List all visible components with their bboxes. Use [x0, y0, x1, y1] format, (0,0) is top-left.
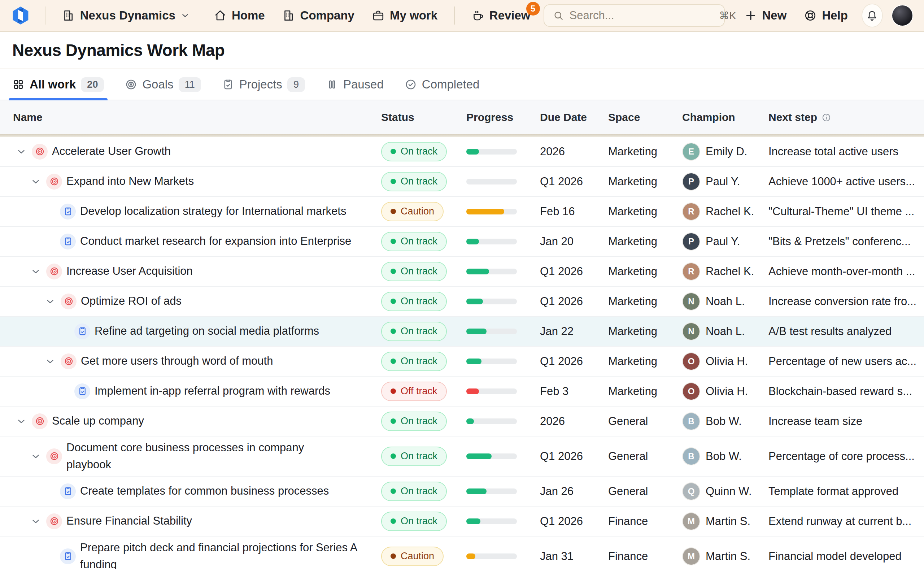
tab-paused[interactable]: Paused — [326, 69, 384, 100]
space-cell: Marketing — [608, 175, 682, 188]
goal-row[interactable]: Optimize ROI of adsOn trackQ1 2026Market… — [0, 287, 924, 316]
search-box[interactable]: ⌘K — [544, 5, 725, 27]
avatar[interactable]: P — [682, 173, 700, 191]
nav-item-home[interactable]: Home — [207, 4, 272, 27]
project-row[interactable]: Conduct market research for expansion in… — [0, 227, 924, 257]
workspace-switcher[interactable]: Nexus Dynamics — [55, 4, 197, 27]
project-document-icon — [60, 548, 76, 564]
row-name-cell: Ensure Financial Stability — [0, 513, 381, 529]
status-badge[interactable]: On track — [381, 447, 447, 466]
avatar[interactable]: N — [682, 323, 700, 341]
notifications-button[interactable] — [862, 4, 883, 27]
avatar[interactable]: M — [682, 512, 700, 530]
goal-row[interactable]: Ensure Financial StabilityOn trackQ1 202… — [0, 507, 924, 537]
avatar[interactable]: E — [682, 143, 700, 161]
goal-row[interactable]: Increase User AcquisitionOn trackQ1 2026… — [0, 257, 924, 287]
item-name[interactable]: Expand into New Markets — [67, 173, 194, 190]
status-badge[interactable]: On track — [381, 142, 447, 161]
nav-item-my-work[interactable]: My work — [365, 4, 445, 27]
progress-fill — [467, 239, 479, 245]
progress-bar — [467, 149, 517, 155]
avatar[interactable]: M — [682, 547, 700, 565]
item-name[interactable]: Scale up company — [52, 413, 144, 430]
expand-chevron-icon[interactable] — [16, 416, 27, 427]
item-name[interactable]: Prepare pitch deck and financial project… — [80, 539, 358, 569]
project-row[interactable]: Create templates for common business pro… — [0, 476, 924, 507]
expand-chevron-icon[interactable] — [16, 146, 27, 157]
status-badge[interactable]: On track — [381, 412, 447, 431]
project-row[interactable]: Develop localization strategy for Intern… — [0, 197, 924, 227]
item-name[interactable]: Accelerate User Growth — [52, 143, 171, 160]
tab-projects[interactable]: Projects 9 — [222, 69, 305, 100]
expand-chevron-icon[interactable] — [30, 176, 41, 187]
status-badge[interactable]: On track — [381, 172, 447, 191]
search-input[interactable] — [570, 9, 714, 22]
goal-row[interactable]: Scale up companyOn track2026GeneralBBob … — [0, 406, 924, 437]
project-document-icon — [74, 324, 90, 339]
status-dot-icon — [391, 519, 396, 524]
item-name[interactable]: Develop localization strategy for Intern… — [80, 203, 346, 220]
status-cell: On track — [381, 511, 467, 531]
status-badge[interactable]: On track — [381, 322, 447, 341]
progress-bar — [467, 388, 517, 394]
status-badge[interactable]: Caution — [381, 547, 444, 566]
item-name[interactable]: Increase User Acquisition — [67, 263, 193, 280]
avatar[interactable]: O — [682, 382, 700, 400]
avatar[interactable]: O — [682, 352, 700, 370]
goal-row[interactable]: Accelerate User GrowthOn track2026Market… — [0, 137, 924, 167]
avatar[interactable]: P — [682, 233, 700, 251]
item-name[interactable]: Ensure Financial Stability — [67, 513, 192, 529]
goal-row[interactable]: Get more users through word of mouthOn t… — [0, 347, 924, 377]
tab-all-work[interactable]: All work 20 — [12, 69, 104, 100]
app-logo-icon[interactable] — [11, 6, 30, 25]
item-name[interactable]: Implement in-app referral program with r… — [94, 383, 330, 400]
tab-goals[interactable]: Goals 11 — [125, 69, 201, 100]
item-name[interactable]: Refine ad targeting on social media plat… — [94, 323, 319, 340]
new-button[interactable]: New — [737, 4, 794, 27]
item-name[interactable]: Get more users through word of mouth — [81, 353, 273, 370]
project-row[interactable]: Implement in-app referral program with r… — [0, 377, 924, 406]
progress-fill — [467, 298, 483, 304]
avatar[interactable]: Q — [682, 482, 700, 501]
status-badge[interactable]: On track — [381, 292, 447, 311]
expand-chevron-icon[interactable] — [30, 451, 41, 462]
column-header-space: Space — [608, 111, 682, 123]
nav-item-company[interactable]: Company — [275, 4, 362, 27]
info-icon[interactable] — [822, 113, 831, 122]
avatar[interactable]: N — [682, 292, 700, 310]
avatar[interactable]: R — [682, 202, 700, 221]
status-badge[interactable]: Caution — [381, 202, 444, 221]
item-name[interactable]: Conduct market research for expansion in… — [80, 233, 351, 250]
column-header-due-date: Due Date — [540, 111, 608, 123]
goal-row[interactable]: Document core business processes in comp… — [0, 437, 924, 476]
project-document-icon — [74, 383, 90, 399]
status-badge[interactable]: On track — [381, 232, 447, 251]
status-badge[interactable]: On track — [381, 482, 447, 501]
status-badge[interactable]: On track — [381, 351, 447, 371]
help-button[interactable]: Help — [796, 4, 855, 27]
avatar[interactable]: B — [682, 447, 700, 466]
item-name[interactable]: Document core business processes in comp… — [67, 440, 304, 473]
avatar[interactable]: B — [682, 412, 700, 431]
goal-row[interactable]: Expand into New MarketsOn trackQ1 2026Ma… — [0, 167, 924, 197]
status-badge[interactable]: On track — [381, 262, 447, 281]
tab-completed[interactable]: Completed — [404, 69, 480, 100]
item-name[interactable]: Optimize ROI of ads — [81, 293, 182, 310]
expand-chevron-icon[interactable] — [45, 356, 56, 367]
status-dot-icon — [391, 179, 396, 184]
expand-chevron-icon[interactable] — [30, 266, 41, 277]
avatar[interactable]: R — [682, 262, 700, 280]
status-cell: On track — [381, 322, 467, 341]
nav-item-review[interactable]: Review 5 — [464, 4, 538, 27]
user-avatar[interactable] — [892, 5, 913, 26]
project-row[interactable]: Refine ad targeting on social media plat… — [0, 316, 924, 347]
status-badge[interactable]: On track — [381, 511, 447, 531]
expand-chevron-icon[interactable] — [45, 296, 56, 307]
champion-cell: RRachel K. — [682, 202, 769, 221]
item-name[interactable]: Create templates for common business pro… — [80, 483, 329, 500]
expand-chevron-icon[interactable] — [30, 516, 41, 527]
status-badge[interactable]: Off track — [381, 382, 447, 401]
project-row[interactable]: Prepare pitch deck and financial project… — [0, 537, 924, 569]
progress-fill — [467, 329, 486, 334]
row-name-cell: Prepare pitch deck and financial project… — [0, 539, 381, 569]
